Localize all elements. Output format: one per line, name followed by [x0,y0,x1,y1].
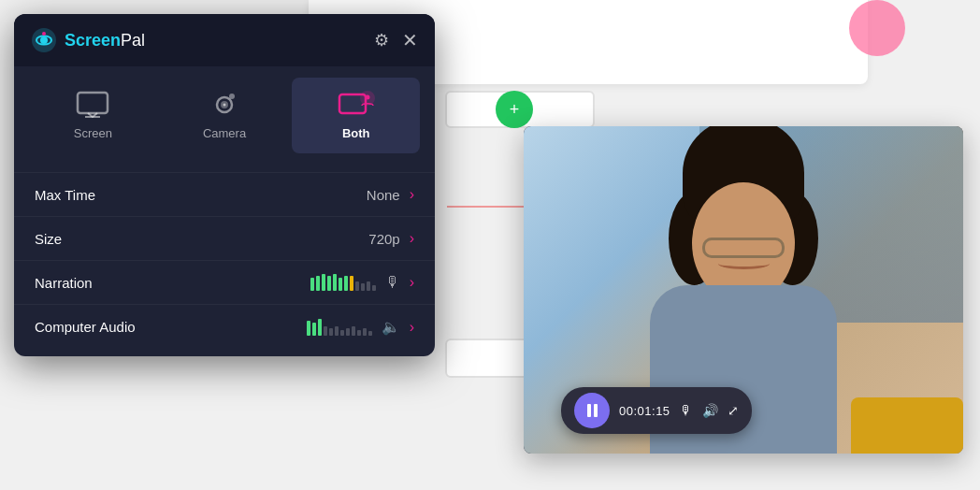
size-row[interactable]: Size 720p › [14,216,435,260]
narration-audio-bars [310,274,376,291]
pause-bar-right [594,404,598,417]
c-bar-10 [357,330,361,336]
narration-label: Narration [35,275,93,291]
bar-10 [361,283,365,291]
screen-icon [76,91,109,119]
settings-section: Max Time None › Size 720p › Narration [14,165,435,356]
bar-5 [333,274,337,291]
pause-button[interactable] [574,393,610,428]
bar-4 [327,276,331,291]
c-bar-1 [307,321,310,336]
computer-audio-label: Computer Audio [35,319,136,335]
max-time-value: None [367,187,400,203]
screenpal-panel: ScreenPal ⚙ ✕ Screen Camera [14,14,435,356]
speaker-icon: 🔈 [382,318,400,336]
c-bar-12 [368,331,372,336]
glasses [702,238,785,258]
header-right: ⚙ ✕ [374,29,418,51]
computer-audio-bars [307,319,372,336]
fullscreen-icon[interactable]: ⤢ [728,403,739,418]
computer-audio-right: 🔈 › [307,318,414,336]
svg-point-1 [40,36,48,44]
bar-9 [355,281,359,291]
max-time-chevron: › [410,186,414,203]
mic-control-icon[interactable]: 🎙 [680,403,693,418]
size-chevron: › [410,230,414,247]
mic-icon: 🎙 [385,274,400,291]
size-value: 720p [368,231,399,247]
c-bar-3 [318,319,322,336]
max-time-row[interactable]: Max Time None › [14,172,435,216]
bar-2 [316,276,320,291]
smile [718,258,770,269]
computer-audio-chevron: › [410,319,414,336]
bar-6 [339,278,342,291]
both-icon [338,91,375,119]
mode-screen-label: Screen [74,126,112,140]
mode-camera-label: Camera [203,126,246,140]
logo-screen: Screen [65,31,121,50]
sofa [851,397,963,454]
mode-selector: Screen Camera Both [14,66,435,165]
c-bar-4 [324,326,327,336]
c-bar-5 [329,328,333,336]
logo-text: ScreenPal [65,31,145,50]
narration-right: 🎙 › [310,274,414,291]
mode-screen-button[interactable]: Screen [29,78,157,153]
bar-1 [310,278,314,291]
svg-point-7 [223,104,226,107]
pause-icon [587,404,598,417]
size-label: Size [35,231,62,247]
svg-point-2 [42,32,46,36]
settings-gear-button[interactable]: ⚙ [374,30,389,50]
bar-11 [367,281,370,291]
mode-both-button[interactable]: Both [292,78,420,153]
c-bar-11 [363,328,367,336]
c-bar-2 [312,323,316,336]
time-display: 00:01:15 [619,404,670,418]
bar-3 [322,274,325,291]
volume-control-icon[interactable]: 🔊 [702,403,718,418]
c-bar-8 [346,328,350,336]
video-controls-bar: 00:01:15 🎙 🔊 ⤢ [561,387,752,434]
size-right: 720p › [368,230,414,247]
max-time-right: None › [367,186,414,203]
panel-header: ScreenPal ⚙ ✕ [14,14,435,66]
svg-point-8 [229,94,235,99]
pause-bar-left [587,404,591,417]
camera-icon [208,91,241,119]
computer-audio-row[interactable]: Computer Audio 🔈 [14,304,435,349]
narration-row[interactable]: Narration 🎙 › [14,260,435,304]
narration-chevron: › [410,274,414,291]
bar-8 [350,276,353,291]
pink-circle-decoration [849,0,905,56]
bg-green-circle: + [496,91,533,128]
c-bar-7 [340,330,344,336]
c-bar-6 [335,326,339,336]
bar-7 [344,276,348,291]
mode-both-label: Both [342,126,370,140]
svg-rect-3 [78,93,108,113]
svg-point-11 [365,95,369,100]
mode-camera-button[interactable]: Camera [161,78,289,153]
logo-pal: Pal [121,31,145,50]
c-bar-9 [352,326,355,336]
close-button[interactable]: ✕ [402,29,418,51]
bar-12 [372,285,376,291]
logo-area: ScreenPal [31,27,145,53]
screenpal-logo-icon [31,27,57,53]
max-time-label: Max Time [35,187,95,203]
